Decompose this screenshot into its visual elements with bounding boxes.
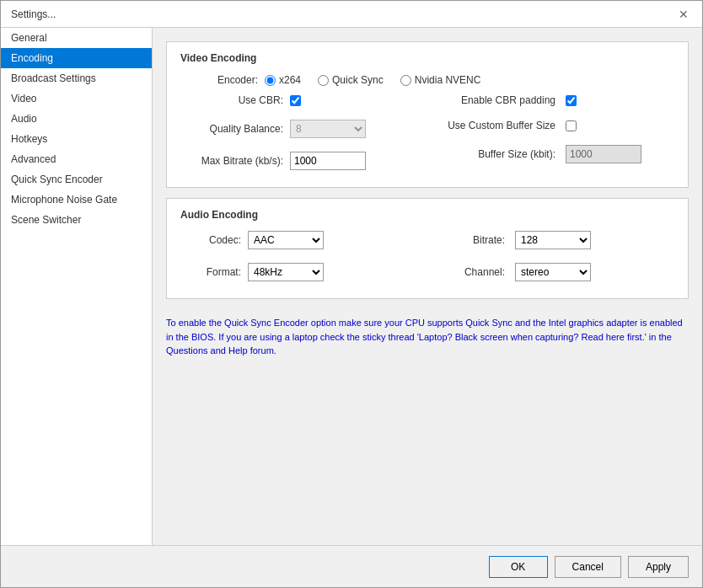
video-settings-right: Enable CBR padding Use Custom Buffer Siz… [427,94,674,177]
encoder-x264-label: x264 [279,74,301,86]
custom-buffer-label: Use Custom Buffer Size [427,120,562,131]
bitrate-row: Bitrate: 128 96 64 192 256 320 [427,231,674,249]
video-settings-left: Use CBR: Quality Balance: 8 Max B [180,94,427,177]
cbr-padding-label: Enable CBR padding [427,94,562,106]
sidebar-item-hotkeys[interactable]: Hotkeys [1,129,152,149]
encoder-x264-option[interactable]: x264 [265,74,301,86]
custom-buffer-checkbox[interactable] [566,120,577,131]
codec-select[interactable]: AAC MP3 [248,231,324,249]
format-row: Format: 48kHz 44.1kHz [180,263,427,281]
window-title: Settings... [11,8,56,20]
cbr-padding-row: Enable CBR padding [427,94,674,106]
buffer-size-row: Buffer Size (kbit): [427,145,674,163]
codec-row: Codec: AAC MP3 [180,231,427,249]
sidebar: General Encoding Broadcast Settings Vide… [1,28,153,545]
encoder-radio-group: x264 Quick Sync Nvidia NVENC [265,74,480,86]
max-bitrate-label: Max Bitrate (kb/s): [180,155,290,167]
audio-settings-left: Codec: AAC MP3 Format: 48kHz 44.1kHz [180,231,427,288]
sidebar-item-scene-switcher[interactable]: Scene Switcher [1,210,152,230]
bitrate-label: Bitrate: [427,234,512,246]
custom-buffer-row: Use Custom Buffer Size [427,120,674,131]
encoder-nvenc-radio[interactable] [400,75,411,86]
audio-settings-grid: Codec: AAC MP3 Format: 48kHz 44.1kHz [180,231,674,288]
close-button[interactable]: ✕ [675,8,692,21]
format-label: Format: [180,266,248,278]
channel-label: Channel: [427,266,512,278]
quality-balance-row: Quality Balance: 8 [180,120,427,138]
use-cbr-row: Use CBR: [180,94,427,106]
cancel-button[interactable]: Cancel [555,556,621,578]
encoder-quicksync-radio[interactable] [318,75,329,86]
encoder-quicksync-option[interactable]: Quick Sync [318,74,384,86]
max-bitrate-input[interactable] [290,152,366,170]
sidebar-item-general[interactable]: General [1,28,152,48]
quality-balance-select: 8 [290,120,366,138]
channel-select[interactable]: stereo mono [515,263,591,281]
sidebar-item-encoding[interactable]: Encoding [1,48,152,68]
sidebar-item-advanced[interactable]: Advanced [1,149,152,169]
channel-row: Channel: stereo mono [427,263,674,281]
info-text: To enable the Quick Sync Encoder option … [166,309,689,365]
video-encoding-title: Video Encoding [180,52,674,64]
sidebar-item-microphone-noise-gate[interactable]: Microphone Noise Gate [1,190,152,210]
apply-button[interactable]: Apply [628,556,689,578]
encoder-x264-radio[interactable] [265,75,276,86]
ok-button[interactable]: OK [489,556,548,578]
sidebar-item-audio[interactable]: Audio [1,109,152,129]
codec-label: Codec: [180,234,248,246]
title-bar: Settings... ✕ [1,1,702,28]
encoder-nvenc-option[interactable]: Nvidia NVENC [400,74,481,86]
footer: OK Cancel Apply [1,545,702,587]
use-cbr-checkbox[interactable] [290,95,301,106]
audio-encoding-title: Audio Encoding [180,209,674,221]
encoder-nvenc-label: Nvidia NVENC [415,74,481,86]
buffer-size-input [566,145,641,163]
video-encoding-section: Video Encoding Encoder: x264 Quick Sync [166,41,689,188]
video-settings-grid: Use CBR: Quality Balance: 8 Max B [180,94,674,177]
audio-settings-right: Bitrate: 128 96 64 192 256 320 Cha [427,231,674,288]
content-area: General Encoding Broadcast Settings Vide… [1,28,702,545]
main-panel: Video Encoding Encoder: x264 Quick Sync [153,28,702,545]
use-cbr-label: Use CBR: [180,94,290,106]
sidebar-item-quick-sync-encoder[interactable]: Quick Sync Encoder [1,169,152,190]
encoder-label: Encoder: [180,74,265,86]
sidebar-item-broadcast-settings[interactable]: Broadcast Settings [1,68,152,88]
quality-balance-label: Quality Balance: [180,123,290,135]
cbr-padding-checkbox[interactable] [566,95,577,106]
settings-window: Settings... ✕ General Encoding Broadcast… [0,0,703,588]
encoder-row: Encoder: x264 Quick Sync Nvidia NVENC [180,74,674,86]
audio-encoding-section: Audio Encoding Codec: AAC MP3 Format: [166,198,689,299]
sidebar-item-video[interactable]: Video [1,88,152,109]
bitrate-select[interactable]: 128 96 64 192 256 320 [515,231,591,249]
encoder-quicksync-label: Quick Sync [332,74,384,86]
buffer-size-label: Buffer Size (kbit): [427,148,562,160]
max-bitrate-row: Max Bitrate (kb/s): [180,152,427,170]
format-select[interactable]: 48kHz 44.1kHz [248,263,324,281]
